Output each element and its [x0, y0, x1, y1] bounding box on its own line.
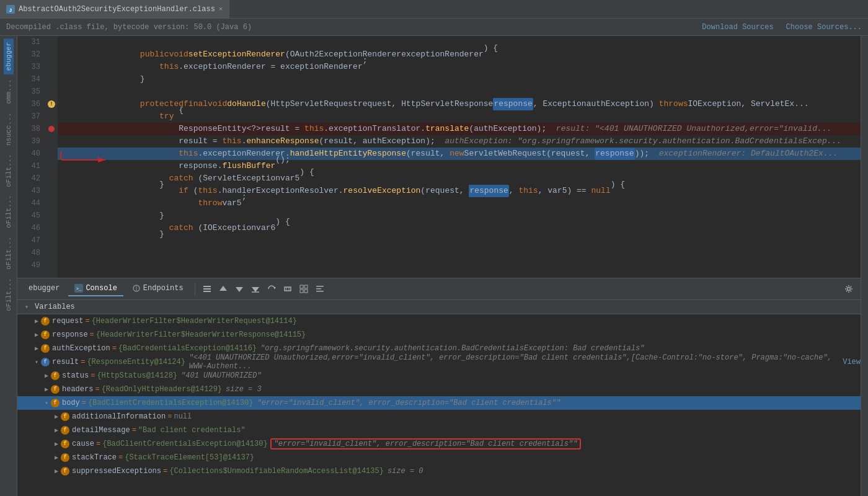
svg-rect-7 — [203, 286, 211, 287]
ofilt1-panel-label[interactable]: oFilt... — [4, 151, 14, 191]
ofilt2-panel-label[interactable]: oFilt... — [4, 192, 14, 232]
result-expand[interactable]: ▾ — [32, 358, 41, 366]
code-content: public void setExceptionRenderer(OAuth2E… — [58, 36, 861, 278]
console-tab-label: Console — [86, 284, 117, 293]
view-link[interactable]: View — [843, 358, 861, 366]
debugger-tab-label: ebugger — [29, 284, 60, 293]
svg-rect-22 — [316, 286, 324, 287]
code-line-46: } catch (IOException var6) { — [58, 222, 861, 234]
svg-rect-21 — [304, 290, 308, 293]
toolbar-btn-down2[interactable] — [249, 282, 262, 296]
download-sources-link[interactable]: Download Sources — [702, 23, 773, 32]
response-icon: f — [41, 330, 50, 339]
unsucc-panel-label[interactable]: nsucc... — [4, 109, 14, 149]
svg-text:J: J — [9, 7, 12, 13]
line-numbers: 31 32 33 34 35 36 37 38 39 40 41 42 43 4… — [17, 36, 45, 278]
svg-point-25 — [848, 288, 851, 291]
ofilt4-panel-label[interactable]: oFilt... — [4, 275, 14, 315]
decompiled-info: Decompiled .class file, bytecode version… — [6, 23, 252, 32]
main-layout: ebugger omm... nsucc... oFilt... oFilt..… — [0, 36, 868, 496]
breakpoint-indicator — [48, 126, 55, 132]
detailMessage-expand[interactable]: ▶ — [52, 426, 61, 435]
additionalInfo-expand[interactable]: ▶ — [52, 412, 61, 421]
variables-header: ▾ Variables — [17, 300, 861, 314]
svg-rect-19 — [304, 285, 308, 288]
response-expand[interactable]: ▶ — [32, 330, 41, 339]
toolbar-separator-1 — [195, 283, 195, 295]
var-row-cause[interactable]: ▶ f cause = {BadClientCredentialsExcepti… — [17, 437, 861, 451]
svg-marker-11 — [236, 287, 243, 292]
code-line-41: response.flushBuffer(); — [58, 160, 861, 172]
endpoints-tab[interactable]: Endpoints — [126, 281, 190, 296]
code-line-33: this.exceptionRenderer = exceptionRender… — [58, 61, 861, 73]
toolbar-btn-stop[interactable] — [281, 282, 294, 296]
toolbar-btn-up[interactable] — [216, 282, 230, 296]
headers-icon: f — [51, 385, 60, 394]
suppressedExceptions-expand[interactable]: ▶ — [52, 467, 61, 476]
additionalInfo-icon: f — [61, 412, 69, 421]
var-row-suppressedExceptions[interactable]: ▶ f suppressedExceptions = {Collections$… — [17, 464, 861, 478]
choose-sources-link[interactable]: Choose Sources... — [786, 23, 862, 32]
debugger-panel-label[interactable]: ebugger — [4, 38, 14, 74]
svg-text:>_: >_ — [76, 286, 82, 291]
stackTrace-icon: f — [61, 453, 69, 462]
svg-rect-23 — [316, 288, 321, 290]
gutter: ! — [45, 36, 58, 278]
var-row-request[interactable]: ▶ f request = {HeaderWriterFilter$Header… — [17, 314, 861, 328]
debug-toolbar: ebugger >_ Console Endpoints — [17, 278, 861, 300]
variables-expand-arrow[interactable]: ▾ — [22, 303, 31, 311]
code-line-35 — [58, 86, 861, 98]
toolbar-btn-refresh[interactable] — [265, 282, 278, 296]
ofilt3-panel-label[interactable]: oFilt... — [4, 233, 14, 273]
request-expand[interactable]: ▶ — [32, 317, 41, 326]
warning-icon: ! — [48, 100, 55, 108]
var-row-headers[interactable]: ▶ f headers = {ReadOnlyHttpHeaders@14129… — [17, 383, 861, 396]
svg-rect-24 — [316, 291, 324, 292]
svg-marker-14 — [273, 287, 276, 289]
console-icon: >_ — [74, 284, 83, 293]
code-editor: 31 32 33 34 35 36 37 38 39 40 41 42 43 4… — [17, 36, 861, 278]
status-expand[interactable]: ▶ — [42, 371, 51, 380]
toolbar-btn-list[interactable] — [200, 282, 214, 296]
status-icon: f — [51, 371, 60, 380]
body-expand[interactable]: ▾ — [42, 399, 51, 407]
detailMessage-icon: f — [61, 426, 69, 435]
authException-icon: f — [41, 344, 50, 353]
var-row-detailMessage[interactable]: ▶ f detailMessage = "Bad client credenti… — [17, 423, 861, 437]
var-row-stackTrace[interactable]: ▶ f stackTrace = {StackTraceElement[53]@… — [17, 451, 861, 464]
suppressedExceptions-icon: f — [61, 467, 69, 476]
var-row-response[interactable]: ▶ f response = {HeaderWriterFilter$Heade… — [17, 328, 861, 342]
svg-rect-15 — [285, 287, 291, 291]
var-row-result[interactable]: ▾ f result = {ResponseEntity@14124} "<40… — [17, 355, 861, 369]
toolbar-btn-grid[interactable] — [297, 282, 311, 296]
toolbar-btn-align[interactable] — [313, 282, 327, 296]
svg-rect-20 — [300, 290, 303, 293]
endpoints-tab-label: Endpoints — [143, 284, 184, 293]
headers-expand[interactable]: ▶ — [42, 385, 51, 394]
left-panel: ebugger omm... nsucc... oFilt... oFilt..… — [0, 36, 17, 496]
right-scrollbar[interactable] — [861, 36, 868, 496]
svg-rect-18 — [300, 285, 303, 288]
code-line-44: throw var5; — [58, 197, 861, 210]
tab-close-button[interactable]: × — [219, 6, 223, 13]
svg-marker-10 — [219, 286, 227, 291]
stackTrace-expand[interactable]: ▶ — [52, 453, 61, 462]
toolbar-btn-down[interactable] — [232, 282, 246, 296]
svg-rect-8 — [203, 288, 211, 290]
var-row-additionalInformation[interactable]: ▶ f additionalInformation = null — [17, 410, 861, 423]
debugger-tab[interactable]: ebugger — [22, 281, 66, 296]
file-tab[interactable]: J AbstractOAuth2SecurityExceptionHandler… — [0, 0, 229, 18]
result-icon: f — [41, 358, 50, 366]
var-row-status[interactable]: ▶ f status = {HttpStatus@14128} "401 UNA… — [17, 369, 861, 383]
var-row-body[interactable]: ▾ f body = {BadClientCredentialsExceptio… — [17, 396, 861, 410]
cause-expand[interactable]: ▶ — [52, 440, 61, 448]
authException-expand[interactable]: ▶ — [32, 344, 41, 353]
gear-icon — [844, 285, 853, 293]
endpoints-icon — [132, 284, 141, 293]
cause-icon: f — [61, 440, 69, 448]
comm-panel-label[interactable]: omm... — [4, 76, 14, 108]
toolbar-btn-settings[interactable] — [842, 282, 856, 296]
console-tab[interactable]: >_ Console — [68, 281, 123, 296]
request-icon: f — [41, 317, 50, 326]
tab-bar: J AbstractOAuth2SecurityExceptionHandler… — [0, 0, 868, 19]
